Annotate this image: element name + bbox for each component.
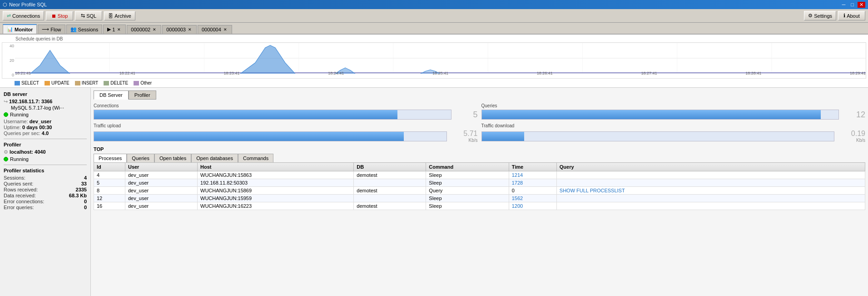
about-button[interactable]: ℹ About [838,11,865,20]
cell-time[interactable]: 1562 [509,195,556,202]
traffic-download-label: Traffic download [481,123,866,128]
cell-query [556,202,865,210]
tab-3[interactable]: 0000003 ✕ [162,25,197,34]
connections-icon: ⇌ [7,13,11,19]
db-version-row: MySQL 5.7.17-log (Wi··· [4,105,87,110]
sql-button[interactable]: ⇆ SQL [75,11,102,20]
cell-id: 12 [94,195,125,202]
cell-time: 0 [509,187,556,195]
toolbar: ⇌ Connections ⏹ Stop ⇆ SQL 🗄 Archive ⚙ S… [0,9,868,23]
legend-select: SELECT [15,80,39,85]
cell-id: 16 [94,202,125,210]
process-tab-processes[interactable]: Processes [94,154,127,162]
db-status-dot [4,112,8,117]
cell-host: 192.168.11.82:50303 [198,179,354,187]
cell-user: dev_user [125,187,197,195]
traffic-download-metric: Traffic download 0.19 Kb/s [481,123,866,143]
inner-tab-profiler[interactable]: Profiler [129,90,156,100]
stat-data-received: Data received: 68.3 Kb [4,193,87,198]
connections-bar-bg [94,110,451,120]
settings-button[interactable]: ⚙ Settings [804,11,836,20]
profiler-status-dot [4,157,8,161]
cell-time[interactable]: 1200 [509,202,556,210]
inner-tab-db-server[interactable]: DB Server [94,90,129,100]
minimize-btn[interactable]: ─ [840,2,848,8]
cell-id: 4 [94,171,125,179]
cell-command: Query [426,187,509,195]
cell-query [556,179,865,187]
stat-error-connections: Error connections: 0 [4,199,87,204]
inner-tabs: DB Server Profiler [94,90,865,100]
cell-id: 5 [94,179,125,187]
process-tab-open-databases[interactable]: Open databases [191,154,238,162]
tab2-close[interactable]: ✕ [152,27,157,32]
col-id: Id [94,163,125,171]
col-query: Query [556,163,865,171]
archive-button[interactable]: 🗄 Archive [104,11,135,20]
flow-icon: ⟶ [42,26,49,32]
select-color [15,81,20,85]
process-tab-queries[interactable]: Queries [127,154,154,162]
traffic-download-bar-fill [482,132,524,141]
qps-label: Queries per sec: [4,130,40,136]
connections-label: Connections [94,103,478,108]
legend-update: UPDATE [45,80,69,85]
tab-sessions[interactable]: 👥 Sessions [66,25,103,34]
traffic-download-bar-bg [481,131,835,141]
cell-command: Sleep [426,195,509,202]
cell-command: Sleep [426,171,509,179]
sql-icon: ⇆ [81,13,85,19]
process-tab-open-tables[interactable]: Open tables [154,154,191,162]
stop-button[interactable]: ⏹ Stop [46,11,73,20]
connections-bar-fill [94,110,397,119]
tab-2[interactable]: 0000002 ✕ [127,25,161,34]
connections-bar-row: 5 [94,110,478,120]
profiler-host-row: ⚙ localhost: 4040 [4,149,87,155]
process-table: Id User Host DB Command Time Query 4 dev… [94,162,865,210]
db-version: MySQL 5.7.17-log (Wi··· [11,105,64,110]
table-row: 4 dev_user WUCHANGJUN:15863 demotest Sle… [94,171,865,179]
app-icon: ⬡ [3,2,7,8]
tab-monitor[interactable]: 📊 Monitor [3,24,37,34]
tab1-close[interactable]: ✕ [116,27,122,32]
cell-db [354,195,426,202]
tab-1[interactable]: ▶ 1 ✕ [103,25,126,34]
metrics-grid: Connections 5 Queries 12 Traff [94,103,865,143]
delete-color [104,81,109,85]
divider2 [4,165,87,165]
queries-label: Queries [481,103,866,108]
db-qps: 4.0 [42,130,49,136]
db-username-row: Username: dev_user [4,119,87,124]
chart-container: 40 20 0 [2,42,866,79]
traffic-upload-bar-row: 5.71 Kb/s [94,130,478,143]
stat-queries-sent: Queries sent: 33 [4,181,87,186]
maximize-btn[interactable]: □ [849,2,856,8]
connections-metric: Connections 5 [94,103,478,120]
profiler-host: localhost: 4040 [10,149,45,155]
cell-time[interactable]: 1214 [509,171,556,179]
tab-4[interactable]: 0000004 ✕ [198,25,232,34]
tab3-close[interactable]: ✕ [187,27,193,32]
db-uptime: 0 days 00:30 [22,125,52,130]
chart-area: Schedule queries in DB 40 20 0 [0,35,868,88]
db-username: dev_user [30,119,51,124]
about-icon: ℹ [843,13,845,19]
col-command: Command [426,163,509,171]
queries-value: 12 [843,110,865,120]
close-btn[interactable]: ✕ [858,2,865,8]
table-row: 12 dev_user WUCHANGJUN:15959 Sleep 1562 [94,195,865,202]
traffic-upload-value-group: 5.71 Kb/s [451,130,478,143]
cell-time[interactable]: 1728 [509,179,556,187]
cell-query[interactable]: SHOW FULL PROCESSLIST [556,187,865,195]
tab-flow[interactable]: ⟶ Flow [38,25,65,34]
connections-button[interactable]: ⇌ Connections [3,11,44,20]
tab4-close[interactable]: ✕ [223,27,228,32]
queries-bar-fill [482,110,821,119]
table-row: 5 dev_user 192.168.11.82:50303 Sleep 172… [94,179,865,187]
profiler-title: Profiler [4,142,87,147]
col-db: DB [354,163,426,171]
process-tab-commands[interactable]: Commands [238,154,273,162]
cell-host: WUCHANGJUN:15869 [198,187,354,195]
traffic-download-bar-row: 0.19 Kb/s [481,130,866,143]
tab1-arrow-icon: ▶ [107,26,111,32]
